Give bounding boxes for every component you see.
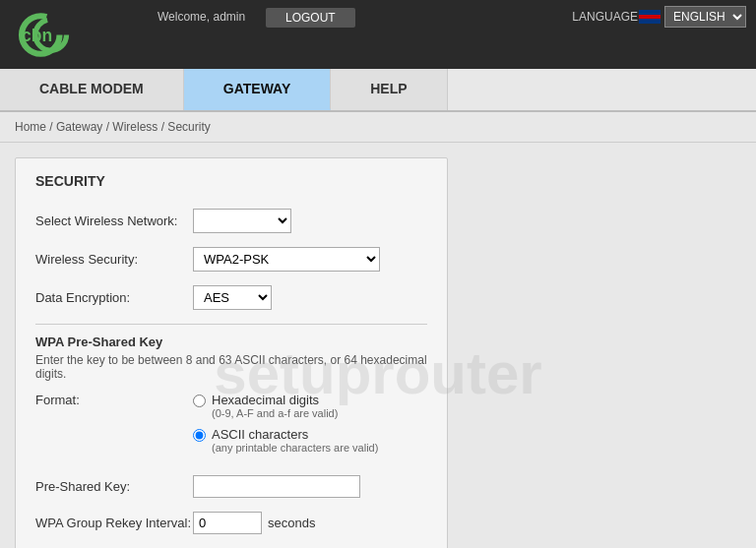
security-panel: SECURITY Select Wireless Network: 2.4GHz… [15, 157, 448, 548]
format-ascii-labels: ASCII characters (any printable characte… [212, 427, 378, 454]
wpa-section: WPA Pre-Shared Key Enter the key to be b… [35, 324, 427, 534]
language-selector[interactable]: ENGLISH [639, 6, 746, 28]
wireless-security-select[interactable]: WPA2-PSK WPA-PSK WPA2-Enterprise None [193, 247, 380, 272]
format-ascii-sub-label: (any printable characters are valid) [212, 442, 378, 454]
rekey-unit: seconds [268, 516, 315, 530]
tab-help[interactable]: HELP [331, 69, 447, 110]
psk-control [193, 475, 427, 498]
welcome-text: Welcome, admin [158, 10, 245, 24]
format-ascii-option: ASCII characters (any printable characte… [193, 427, 427, 454]
wireless-network-row: Select Wireless Network: 2.4GHz 5GHz [35, 209, 427, 233]
wpa-description: Enter the key to be between 8 and 63 ASC… [35, 353, 427, 381]
rekey-label: WPA Group Rekey Interval: [35, 516, 193, 530]
language-dropdown[interactable]: ENGLISH [664, 6, 746, 28]
logout-button[interactable]: LOGOUT [266, 8, 355, 28]
language-label: LANGUAGE [572, 10, 638, 24]
flag-icon [639, 10, 661, 24]
data-encryption-control: AES TKIP TKIP+AES [193, 285, 427, 310]
rekey-row: WPA Group Rekey Interval: seconds [35, 512, 427, 534]
tab-cable-modem[interactable]: CABLE MODEM [0, 69, 184, 110]
wireless-security-control: WPA2-PSK WPA-PSK WPA2-Enterprise None [193, 247, 427, 272]
psk-row: Pre-Shared Key: [35, 475, 427, 498]
format-hex-main-label: Hexadecimal digits [212, 393, 338, 407]
wpa-title: WPA Pre-Shared Key [35, 335, 427, 349]
rekey-input[interactable] [193, 512, 262, 534]
svg-text:cbn: cbn [22, 25, 52, 44]
logo: cbn [10, 10, 89, 59]
rekey-control: seconds [193, 512, 427, 534]
format-hex-sub-label: (0-9, A-F and a-f are valid) [212, 407, 338, 419]
main-content: setuprouter SECURITY Select Wireless Net… [0, 143, 756, 548]
psk-input[interactable] [193, 475, 360, 498]
wireless-network-label: Select Wireless Network: [35, 213, 193, 228]
wireless-security-row: Wireless Security: WPA2-PSK WPA-PSK WPA2… [35, 247, 427, 272]
format-row: Format: Hexadecimal digits (0-9, A-F and… [35, 393, 427, 461]
wireless-security-label: Wireless Security: [35, 252, 193, 267]
wireless-network-select[interactable]: 2.4GHz 5GHz [193, 209, 291, 233]
breadcrumb: Home / Gateway / Wireless / Security [0, 112, 756, 143]
format-ascii-main-label: ASCII characters [212, 427, 378, 442]
data-encryption-select[interactable]: AES TKIP TKIP+AES [193, 285, 272, 310]
nav-tabs: CABLE MODEM GATEWAY HELP [0, 69, 756, 112]
section-title: SECURITY [35, 173, 427, 194]
format-hex-option: Hexadecimal digits (0-9, A-F and a-f are… [193, 393, 427, 419]
header: cbn Welcome, admin LOGOUT LANGUAGE ENGLI… [0, 0, 756, 69]
wireless-network-control: 2.4GHz 5GHz [193, 209, 427, 233]
format-hex-radio[interactable] [193, 395, 206, 407]
format-label: Format: [35, 393, 193, 407]
format-options: Hexadecimal digits (0-9, A-F and a-f are… [193, 393, 427, 461]
format-hex-labels: Hexadecimal digits (0-9, A-F and a-f are… [212, 393, 338, 419]
data-encryption-row: Data Encryption: AES TKIP TKIP+AES [35, 285, 427, 310]
format-ascii-radio[interactable] [193, 429, 206, 442]
data-encryption-label: Data Encryption: [35, 290, 193, 305]
tab-gateway[interactable]: GATEWAY [184, 69, 331, 110]
psk-label: Pre-Shared Key: [35, 479, 193, 494]
